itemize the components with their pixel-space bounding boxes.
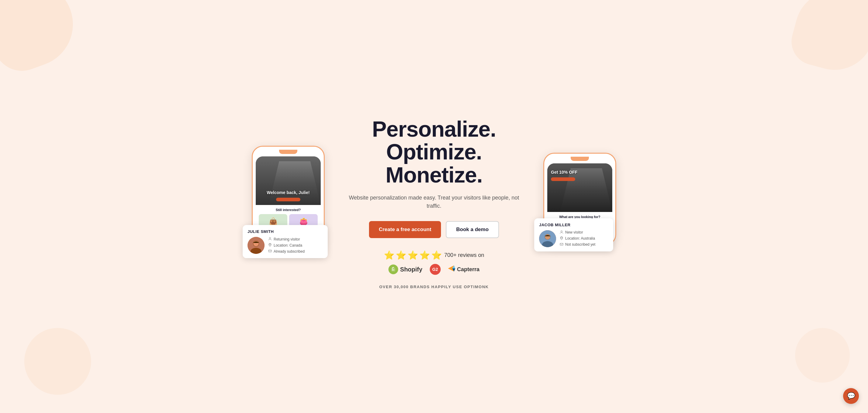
svg-rect-18 (560, 243, 563, 245)
jacob-location: Location: Australia (565, 236, 595, 241)
star-1: ⭐ (384, 250, 395, 260)
phone-notch-right (571, 157, 589, 161)
create-account-button[interactable]: Create a free account (369, 221, 441, 238)
reviews-section: ⭐ ⭐ ⭐ ⭐ ⭐ 700+ reviews on (343, 250, 525, 275)
jacob-details: New visitor Location: Australia (560, 230, 595, 247)
jacob-name: JACOB MILLER (539, 223, 608, 227)
left-phone-hero-image: Welcome back, Julie! (256, 156, 321, 205)
shopify-label: Shopify (400, 266, 422, 273)
jacob-profile-card: JACOB MILLER (534, 218, 613, 251)
left-phone-section-title: Still interested? (259, 208, 318, 212)
location-icon-julie (268, 243, 272, 248)
location-icon-jacob (560, 236, 563, 241)
julie-name: JULIE SMITH (248, 229, 323, 234)
svg-point-4 (269, 237, 271, 239)
phone-notch-left (279, 150, 297, 154)
julie-location: Location: Canada (274, 243, 302, 248)
hero-layout: Welcome back, Julie! Still interested? 👜 (221, 118, 647, 289)
svg-point-15 (545, 234, 550, 240)
bag-icon-2: 👛 (300, 217, 308, 225)
julie-visitor-type: Returning visitor (274, 237, 300, 242)
jacob-avatar-svg (539, 230, 556, 247)
brands-text: OVER 30,000 BRANDS HAPPILY USE OPTIMONK (343, 285, 525, 289)
star-4: ⭐ (420, 250, 430, 260)
left-phone-cta-bar (276, 198, 300, 201)
julie-detail-1: Returning visitor (268, 237, 305, 242)
stars-row: ⭐ ⭐ ⭐ ⭐ ⭐ (384, 250, 442, 260)
jacob-detail-3: Not subscribed yet (560, 242, 595, 247)
person-icon-julie (268, 237, 272, 242)
julie-detail-2: Location: Canada (268, 243, 305, 248)
g2-logo: G2 (430, 264, 441, 275)
bg-decoration-4 (795, 328, 850, 383)
chat-bubble[interactable]: 💬 (843, 388, 859, 404)
julie-subscription: Already subscribed (274, 249, 305, 254)
julie-card-body: Returning visitor Location: Canada (248, 237, 323, 254)
capterra-label: Capterra (457, 266, 479, 273)
svg-rect-6 (269, 250, 272, 252)
g2-label: G2 (432, 267, 438, 272)
hero-title: Personalize. Optimize. Monetize. (343, 118, 525, 187)
julie-profile-card: JULIE SMITH (243, 225, 328, 258)
svg-point-17 (561, 237, 562, 239)
right-phone-overlay-text: Get 10% OFF (551, 169, 577, 175)
book-demo-button[interactable]: Book a demo (446, 221, 499, 238)
right-phone-section-title: What are you looking for? (550, 215, 609, 219)
hero-title-line2: Monetize. (385, 163, 482, 187)
julie-avatar-svg (248, 237, 265, 254)
julie-details: Returning visitor Location: Canada (268, 237, 305, 254)
platform-logos: S Shopify G2 (389, 264, 479, 275)
email-icon-julie (268, 249, 272, 254)
svg-point-5 (269, 244, 271, 245)
person-icon-jacob (560, 230, 563, 235)
right-phone-wrapper: Get 10% OFF What are you looking for? T-… (543, 153, 616, 245)
hero-subtitle: Website personalization made easy. Treat… (343, 194, 525, 210)
bg-decoration-1 (0, 0, 85, 78)
jacob-detail-2: Location: Australia (560, 236, 595, 241)
bag-icon-1: 👜 (269, 217, 277, 225)
shopify-icon: S (389, 264, 398, 274)
left-phone-overlay-text: Welcome back, Julie! (259, 190, 317, 195)
julie-detail-3: Already subscribed (268, 249, 305, 254)
bg-decoration-2 (24, 328, 91, 395)
right-phone-cta-bar (551, 177, 575, 181)
capterra-logo: Capterra (448, 265, 479, 273)
email-icon-jacob (560, 242, 563, 247)
jacob-detail-1: New visitor (560, 230, 595, 235)
hero-section: Welcome back, Julie! Still interested? 👜 (0, 0, 868, 413)
jacob-subscription: Not subscribed yet (565, 242, 595, 247)
jacob-avatar (539, 230, 556, 247)
shopify-logo: S Shopify (389, 264, 422, 274)
jacob-card-body: New visitor Location: Australia (539, 230, 608, 247)
star-2: ⭐ (396, 250, 406, 260)
reviews-text: 700+ reviews on (444, 252, 485, 258)
left-phone-wrapper: Welcome back, Julie! Still interested? 👜 (252, 146, 325, 252)
right-phone-hero-image: Get 10% OFF (547, 163, 612, 212)
chat-icon: 💬 (847, 392, 855, 400)
svg-point-16 (561, 230, 562, 232)
hero-center: Personalize. Optimize. Monetize. Website… (343, 118, 525, 289)
jacob-visitor-type: New visitor (565, 230, 583, 234)
bg-decoration-3 (786, 0, 868, 78)
star-5: ⭐ (431, 250, 442, 260)
capterra-icon (448, 265, 455, 273)
hero-buttons: Create a free account Book a demo (343, 221, 525, 238)
svg-text:S: S (392, 268, 394, 271)
star-3: ⭐ (408, 250, 418, 260)
hero-title-line1: Personalize. Optimize. (372, 117, 496, 164)
julie-avatar (248, 237, 265, 254)
